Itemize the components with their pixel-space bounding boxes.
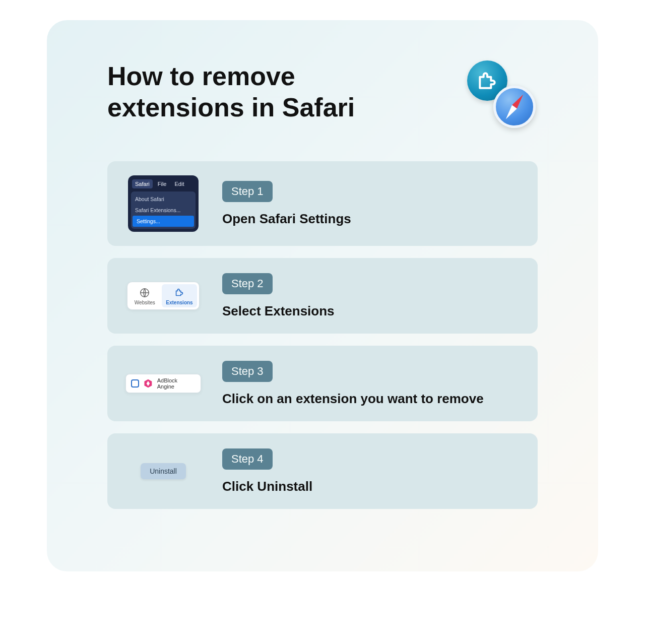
puzzle-icon [174, 287, 185, 298]
step-row: Safari File Edit About Safari Safari Ext… [107, 161, 538, 246]
step-row: AdBlock Angine Step 3 Click on an extens… [107, 346, 538, 421]
tab-extensions: Extensions [162, 284, 197, 307]
step-badge: Step 3 [222, 361, 273, 382]
menu-bar-item: Safari [132, 179, 153, 188]
settings-tabs-illustration: Websites Extensions [127, 282, 199, 310]
step-illustration: Uninstall [125, 463, 201, 479]
globe-icon [139, 287, 150, 298]
step-badge: Step 4 [222, 448, 273, 470]
extension-row-illustration: AdBlock Angine [125, 374, 201, 393]
tab-label: Websites [135, 300, 155, 305]
step-title: Open Safari Settings [222, 211, 520, 227]
instruction-card: How to remove extensions in Safari S [47, 20, 598, 571]
safari-icon [493, 86, 536, 128]
menu-dropdown-item: Safari Extensions... [131, 205, 196, 216]
step-badge: Step 2 [222, 273, 273, 294]
step-row: Uninstall Step 4 Click Uninstall [107, 433, 538, 509]
card-header: How to remove extensions in Safari [107, 60, 538, 131]
tab-label: Extensions [166, 300, 192, 305]
safari-menu-illustration: Safari File Edit About Safari Safari Ext… [128, 175, 199, 232]
tab-websites: Websites [130, 284, 160, 307]
menu-dropdown-item-highlighted: Settings... [133, 216, 194, 227]
step-row: Websites Extensions Step 2 Select Extens… [107, 258, 538, 334]
step-title: Select Extensions [222, 303, 520, 319]
menu-bar-item: Edit [171, 179, 187, 188]
step-illustration: Websites Extensions [125, 282, 201, 310]
step-title: Click Uninstall [222, 479, 520, 494]
adblock-icon [143, 378, 153, 389]
extension-name: AdBlock Angine [157, 377, 196, 390]
step-illustration: Safari File Edit About Safari Safari Ext… [125, 175, 201, 232]
step-badge: Step 1 [222, 181, 273, 202]
step-illustration: AdBlock Angine [125, 374, 201, 393]
steps-list: Safari File Edit About Safari Safari Ext… [107, 161, 538, 509]
checkbox-icon [131, 379, 139, 388]
uninstall-button-illustration: Uninstall [141, 463, 186, 479]
step-title: Click on an extension you want to remove [222, 391, 520, 407]
page-title: How to remove extensions in Safari [107, 60, 430, 123]
menu-dropdown-item: About Safari [131, 194, 196, 205]
header-icon-group [467, 60, 538, 131]
menu-bar-item: File [155, 179, 170, 188]
